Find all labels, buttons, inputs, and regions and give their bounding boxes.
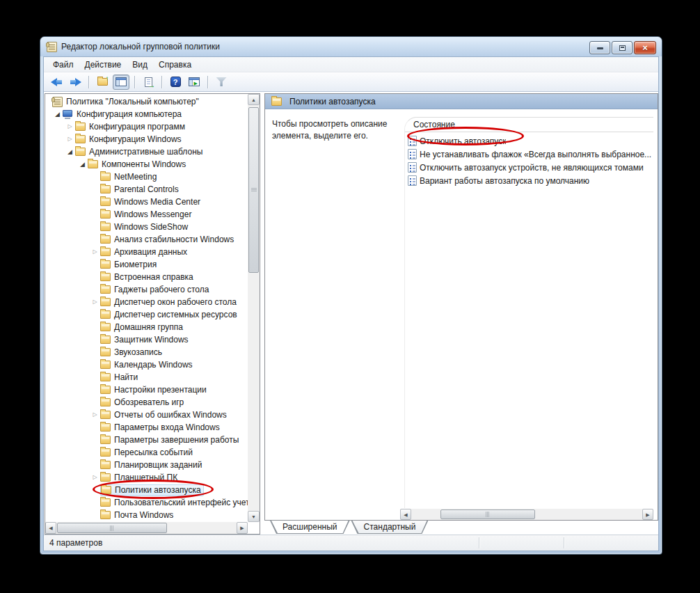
tree-item-label: Планшетный ПК <box>112 473 180 483</box>
scroll-right-button[interactable]: ▶ <box>642 509 653 520</box>
tree-item[interactable]: Анализ стабильности Windows <box>45 233 248 246</box>
desktop-background: Редактор локальной групповой политики × … <box>0 0 700 593</box>
tree-item[interactable]: Windows Messenger <box>45 208 248 221</box>
minimize-button[interactable] <box>589 41 610 54</box>
list-horizontal-scrollbar[interactable]: ◀ ▶ <box>400 509 653 520</box>
folder-icon <box>100 260 112 269</box>
scroll-right-button[interactable]: ▶ <box>237 522 248 534</box>
expander-collapsed-icon[interactable]: ▷ <box>65 120 75 133</box>
tree-vertical-scrollbar[interactable]: ▲ ▼ <box>248 94 260 522</box>
folder-icon <box>100 498 112 507</box>
tree-item[interactable]: ▷Отчеты об ошибках Windows <box>45 409 248 421</box>
scroll-up-button[interactable]: ▲ <box>248 94 260 105</box>
policy-item[interactable]: Не устанавливать флажок «Всегда выполнят… <box>405 148 653 161</box>
tree-item[interactable]: Домашняя группа <box>45 321 248 333</box>
tree-item[interactable]: Windows SideShow <box>45 221 248 233</box>
tree-horizontal-scrollbar[interactable]: ◀ ▶ <box>45 522 248 534</box>
tree-item[interactable]: ▷Архивация данных <box>45 246 248 258</box>
title-bar[interactable]: Редактор локальной групповой политики × <box>40 37 662 56</box>
tree-item[interactable]: ◢Компоненты Windows <box>45 158 248 171</box>
scroll-thumb[interactable] <box>57 523 167 533</box>
scroll-thumb[interactable] <box>248 107 259 273</box>
policy-setting-icon <box>408 175 417 186</box>
tree-item-label: Настройки презентации <box>112 385 209 395</box>
tree-item[interactable]: Биометрия <box>45 258 248 271</box>
close-button[interactable]: × <box>634 41 656 54</box>
tab-extended[interactable]: Расширенный <box>270 521 350 534</box>
expander-collapsed-icon[interactable]: ▷ <box>90 409 100 421</box>
menu-item-view[interactable]: Вид <box>127 58 153 71</box>
tree-item[interactable]: Найти <box>45 371 248 384</box>
tree-item[interactable]: Защитник Windows <box>45 333 248 346</box>
toolbar-show-console-tree-button[interactable] <box>113 74 129 90</box>
expander-collapsed-icon[interactable]: ▷ <box>90 246 100 258</box>
tree-item[interactable]: Параметры завершения работы <box>45 434 248 446</box>
toolbar-separator <box>88 76 89 88</box>
tree-item[interactable]: Календарь Windows <box>45 358 248 371</box>
tree-item[interactable]: Пересылка событий <box>45 446 248 459</box>
expander-collapsed-icon[interactable]: ▷ <box>90 296 100 308</box>
menu-item-help[interactable]: Справка <box>153 58 197 71</box>
folder-icon <box>100 348 112 356</box>
scroll-left-button[interactable]: ◀ <box>45 522 56 534</box>
toolbar-export-list-button[interactable]: → <box>140 74 157 90</box>
tree-item[interactable]: ▷Конфигурация Windows <box>45 133 248 145</box>
expander-expanded-icon[interactable]: ◢ <box>77 158 88 171</box>
restore-button[interactable] <box>612 41 633 54</box>
tree-item[interactable]: Звукозапись <box>45 346 248 358</box>
tree-item[interactable]: Parental Controls <box>45 183 248 196</box>
folder-icon <box>100 436 112 444</box>
toolbar-filter-button[interactable] <box>213 74 230 90</box>
tree-item[interactable]: ▷Конфигурация программ <box>45 120 248 133</box>
toolbar-up-one-level-button[interactable]: ↑ <box>94 74 111 90</box>
folder-icon <box>100 361 112 369</box>
toolbar-help-button[interactable]: ? <box>167 74 184 90</box>
tree-item[interactable]: Встроенная справка <box>45 271 248 283</box>
scroll-left-button[interactable]: ◀ <box>400 509 411 520</box>
policy-item[interactable]: Вариант работы автозапуска по умолчанию <box>405 174 653 187</box>
policy-item[interactable]: Отключить автозапуск <box>405 134 653 148</box>
toolbar-back-button[interactable] <box>48 74 65 90</box>
tree-item[interactable]: Политика "Локальный компьютер" <box>45 95 248 108</box>
expander-collapsed-icon[interactable]: ▷ <box>90 471 100 484</box>
thumb-grip <box>486 512 489 517</box>
expander-expanded-icon[interactable]: ◢ <box>65 145 75 158</box>
tree-item[interactable]: Гаджеты рабочего стола <box>45 283 248 296</box>
folder-icon <box>88 160 100 168</box>
tree-item[interactable]: Windows Media Center <box>45 196 248 208</box>
tree-item[interactable]: Почта Windows <box>45 509 248 521</box>
menu-item-file[interactable]: Файл <box>47 58 79 71</box>
folder-icon <box>100 448 112 457</box>
tab-standard[interactable]: Стандартный <box>351 521 429 534</box>
tree-item-label: Windows SideShow <box>112 222 190 232</box>
column-header-state[interactable]: Состояние <box>405 118 653 132</box>
tree-item[interactable]: ▷Диспетчер окон рабочего стола <box>45 296 248 308</box>
tree-item[interactable]: Настройки презентации <box>45 384 248 396</box>
tree-item[interactable]: ◢Конфигурация компьютера <box>45 108 248 120</box>
tree-item-label: Диспетчер системных ресурсов <box>112 310 239 320</box>
tree-item-label: Параметры входа Windows <box>112 422 222 433</box>
tree-item[interactable]: NetMeeting <box>45 171 248 183</box>
tree-item[interactable]: Планировщик заданий <box>45 459 248 471</box>
toolbar-show-window-button[interactable]: ▶ <box>186 74 202 90</box>
tree-item-label: Parental Controls <box>112 184 181 195</box>
tree-item-label: Компоненты Windows <box>100 159 188 170</box>
scroll-thumb[interactable] <box>440 509 535 519</box>
tree-item[interactable]: Диспетчер системных ресурсов <box>45 308 248 321</box>
toolbar-forward-button[interactable] <box>67 74 83 90</box>
tree-item[interactable]: ◢Административные шаблоны <box>45 145 248 158</box>
tree-item[interactable]: Обозреватель игр <box>45 396 248 409</box>
expander-expanded-icon[interactable]: ◢ <box>52 108 63 120</box>
tree-item-selected[interactable]: Политики автозапуска <box>45 484 248 496</box>
tree-item[interactable]: ▷Планшетный ПК <box>45 471 248 484</box>
result-column: Политики автозапуска Чтобы просмотреть о… <box>264 93 658 535</box>
menu-item-action[interactable]: Действие <box>79 58 127 71</box>
close-icon: × <box>635 42 655 53</box>
tree-item[interactable]: Пользовательский интерфейс учет <box>45 496 248 509</box>
tree-item[interactable]: Параметры входа Windows <box>45 421 248 434</box>
policy-item[interactable]: Отключить автозапуск устройств, не являю… <box>405 161 653 174</box>
folder-icon <box>100 273 112 281</box>
expander-collapsed-icon[interactable]: ▷ <box>65 133 75 145</box>
scroll-down-button[interactable]: ▼ <box>248 511 260 522</box>
console-tree-pane: Политика "Локальный компьютер"◢Конфигура… <box>45 93 260 535</box>
